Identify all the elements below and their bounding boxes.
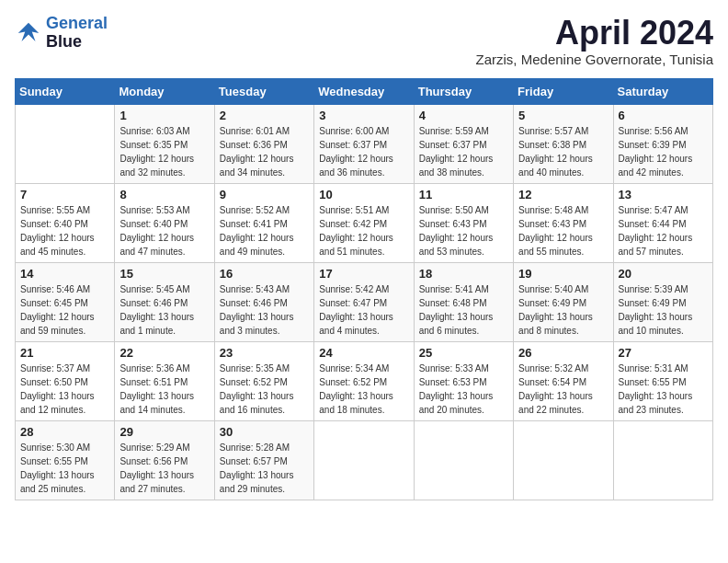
calendar-cell: 26Sunrise: 5:32 AM Sunset: 6:54 PM Dayli… — [514, 341, 613, 420]
day-info: Sunrise: 5:36 AM Sunset: 6:51 PM Dayligh… — [119, 362, 209, 417]
day-info: Sunrise: 5:28 AM Sunset: 6:57 PM Dayligh… — [220, 441, 309, 496]
day-info: Sunrise: 5:33 AM Sunset: 6:53 PM Dayligh… — [419, 362, 508, 417]
week-row-5: 28Sunrise: 5:30 AM Sunset: 6:55 PM Dayli… — [16, 420, 713, 500]
day-info: Sunrise: 5:50 AM Sunset: 6:43 PM Dayligh… — [419, 203, 508, 259]
day-info: Sunrise: 5:30 AM Sunset: 6:55 PM Dayligh… — [20, 441, 109, 496]
calendar-cell: 20Sunrise: 5:39 AM Sunset: 6:49 PM Dayli… — [613, 262, 712, 341]
calendar-cell: 21Sunrise: 5:37 AM Sunset: 6:50 PM Dayli… — [16, 341, 115, 420]
day-info: Sunrise: 5:56 AM Sunset: 6:39 PM Dayligh… — [619, 124, 708, 179]
day-number: 11 — [419, 188, 508, 201]
week-row-1: 1Sunrise: 6:03 AM Sunset: 6:35 PM Daylig… — [16, 104, 713, 183]
day-info: Sunrise: 6:00 AM Sunset: 6:37 PM Dayligh… — [319, 124, 408, 179]
calendar-cell: 28Sunrise: 5:30 AM Sunset: 6:55 PM Dayli… — [16, 420, 115, 500]
day-info: Sunrise: 5:59 AM Sunset: 6:37 PM Dayligh… — [419, 124, 508, 179]
day-info: Sunrise: 5:32 AM Sunset: 6:54 PM Dayligh… — [518, 362, 608, 417]
col-header-wednesday: Wednesday — [314, 78, 414, 104]
calendar-cell: 13Sunrise: 5:47 AM Sunset: 6:44 PM Dayli… — [613, 183, 712, 262]
day-info: Sunrise: 5:40 AM Sunset: 6:49 PM Dayligh… — [518, 282, 608, 338]
day-number: 20 — [619, 267, 708, 281]
day-number: 2 — [220, 109, 309, 122]
logo-text: General Blue — [46, 15, 108, 52]
day-info: Sunrise: 5:35 AM Sunset: 6:52 PM Dayligh… — [220, 362, 309, 417]
day-number: 8 — [119, 188, 209, 201]
day-info: Sunrise: 6:03 AM Sunset: 6:35 PM Dayligh… — [119, 124, 209, 179]
svg-marker-0 — [18, 23, 40, 41]
day-number: 29 — [119, 425, 209, 439]
day-info: Sunrise: 5:42 AM Sunset: 6:47 PM Dayligh… — [319, 282, 408, 338]
calendar-cell: 27Sunrise: 5:31 AM Sunset: 6:55 PM Dayli… — [613, 341, 712, 420]
logo-icon — [15, 19, 42, 47]
calendar-cell — [314, 420, 414, 500]
calendar-table: SundayMondayTuesdayWednesdayThursdayFrid… — [15, 78, 713, 500]
day-number: 15 — [119, 267, 209, 281]
calendar-cell — [16, 104, 115, 183]
calendar-cell: 29Sunrise: 5:29 AM Sunset: 6:56 PM Dayli… — [115, 420, 214, 500]
day-info: Sunrise: 5:41 AM Sunset: 6:48 PM Dayligh… — [419, 282, 508, 338]
calendar-cell: 17Sunrise: 5:42 AM Sunset: 6:47 PM Dayli… — [314, 262, 414, 341]
day-info: Sunrise: 5:37 AM Sunset: 6:50 PM Dayligh… — [20, 362, 109, 417]
calendar-cell: 11Sunrise: 5:50 AM Sunset: 6:43 PM Dayli… — [414, 183, 513, 262]
day-info: Sunrise: 5:52 AM Sunset: 6:41 PM Dayligh… — [220, 203, 309, 259]
day-number: 14 — [20, 267, 109, 281]
calendar-cell: 3Sunrise: 6:00 AM Sunset: 6:37 PM Daylig… — [314, 104, 414, 183]
logo: General Blue — [15, 15, 108, 52]
day-info: Sunrise: 5:51 AM Sunset: 6:42 PM Dayligh… — [319, 203, 408, 259]
day-number: 4 — [419, 109, 508, 122]
day-number: 9 — [220, 188, 309, 201]
day-info: Sunrise: 5:43 AM Sunset: 6:46 PM Dayligh… — [220, 282, 309, 338]
col-header-monday: Monday — [115, 78, 214, 104]
week-row-2: 7Sunrise: 5:55 AM Sunset: 6:40 PM Daylig… — [16, 183, 713, 262]
calendar-cell: 22Sunrise: 5:36 AM Sunset: 6:51 PM Dayli… — [115, 341, 214, 420]
day-number: 27 — [619, 346, 708, 360]
calendar-cell: 5Sunrise: 5:57 AM Sunset: 6:38 PM Daylig… — [514, 104, 613, 183]
day-number: 17 — [319, 267, 408, 281]
day-info: Sunrise: 6:01 AM Sunset: 6:36 PM Dayligh… — [220, 124, 309, 179]
col-header-saturday: Saturday — [613, 78, 712, 104]
calendar-cell: 19Sunrise: 5:40 AM Sunset: 6:49 PM Dayli… — [514, 262, 613, 341]
day-number: 19 — [518, 267, 608, 281]
calendar-cell: 25Sunrise: 5:33 AM Sunset: 6:53 PM Dayli… — [414, 341, 513, 420]
day-number: 5 — [518, 109, 608, 122]
day-number: 10 — [319, 188, 408, 201]
page-header: General Blue April 2024 Zarzis, Medenine… — [15, 15, 713, 67]
calendar-cell: 6Sunrise: 5:56 AM Sunset: 6:39 PM Daylig… — [613, 104, 712, 183]
day-number: 12 — [518, 188, 608, 201]
day-number: 6 — [619, 109, 708, 122]
week-row-3: 14Sunrise: 5:46 AM Sunset: 6:45 PM Dayli… — [16, 262, 713, 341]
day-info: Sunrise: 5:55 AM Sunset: 6:40 PM Dayligh… — [20, 203, 109, 259]
location-subtitle: Zarzis, Medenine Governorate, Tunisia — [476, 52, 713, 67]
col-header-friday: Friday — [514, 78, 613, 104]
calendar-cell: 14Sunrise: 5:46 AM Sunset: 6:45 PM Dayli… — [16, 262, 115, 341]
week-row-4: 21Sunrise: 5:37 AM Sunset: 6:50 PM Dayli… — [16, 341, 713, 420]
day-number: 26 — [518, 346, 608, 360]
day-info: Sunrise: 5:34 AM Sunset: 6:52 PM Dayligh… — [319, 362, 408, 417]
day-number: 30 — [220, 425, 309, 439]
calendar-cell: 10Sunrise: 5:51 AM Sunset: 6:42 PM Dayli… — [314, 183, 414, 262]
day-info: Sunrise: 5:46 AM Sunset: 6:45 PM Dayligh… — [20, 282, 109, 338]
day-number: 1 — [119, 109, 209, 122]
day-info: Sunrise: 5:48 AM Sunset: 6:43 PM Dayligh… — [518, 203, 608, 259]
day-number: 3 — [319, 109, 408, 122]
month-title: April 2024 — [476, 15, 713, 52]
calendar-cell: 8Sunrise: 5:53 AM Sunset: 6:40 PM Daylig… — [115, 183, 214, 262]
col-header-thursday: Thursday — [414, 78, 513, 104]
calendar-cell: 18Sunrise: 5:41 AM Sunset: 6:48 PM Dayli… — [414, 262, 513, 341]
calendar-cell: 15Sunrise: 5:45 AM Sunset: 6:46 PM Dayli… — [115, 262, 214, 341]
calendar-cell: 30Sunrise: 5:28 AM Sunset: 6:57 PM Dayli… — [214, 420, 313, 500]
day-info: Sunrise: 5:57 AM Sunset: 6:38 PM Dayligh… — [518, 124, 608, 179]
day-info: Sunrise: 5:39 AM Sunset: 6:49 PM Dayligh… — [619, 282, 708, 338]
calendar-cell: 23Sunrise: 5:35 AM Sunset: 6:52 PM Dayli… — [214, 341, 313, 420]
calendar-cell — [414, 420, 513, 500]
day-info: Sunrise: 5:47 AM Sunset: 6:44 PM Dayligh… — [619, 203, 708, 259]
title-block: April 2024 Zarzis, Medenine Governorate,… — [476, 15, 713, 67]
day-number: 7 — [20, 188, 109, 201]
calendar-cell: 2Sunrise: 6:01 AM Sunset: 6:36 PM Daylig… — [214, 104, 313, 183]
day-info: Sunrise: 5:53 AM Sunset: 6:40 PM Dayligh… — [119, 203, 209, 259]
day-number: 22 — [119, 346, 209, 360]
day-number: 25 — [419, 346, 508, 360]
day-number: 21 — [20, 346, 109, 360]
day-number: 24 — [319, 346, 408, 360]
calendar-cell: 16Sunrise: 5:43 AM Sunset: 6:46 PM Dayli… — [214, 262, 313, 341]
calendar-cell: 24Sunrise: 5:34 AM Sunset: 6:52 PM Dayli… — [314, 341, 414, 420]
calendar-cell: 12Sunrise: 5:48 AM Sunset: 6:43 PM Dayli… — [514, 183, 613, 262]
